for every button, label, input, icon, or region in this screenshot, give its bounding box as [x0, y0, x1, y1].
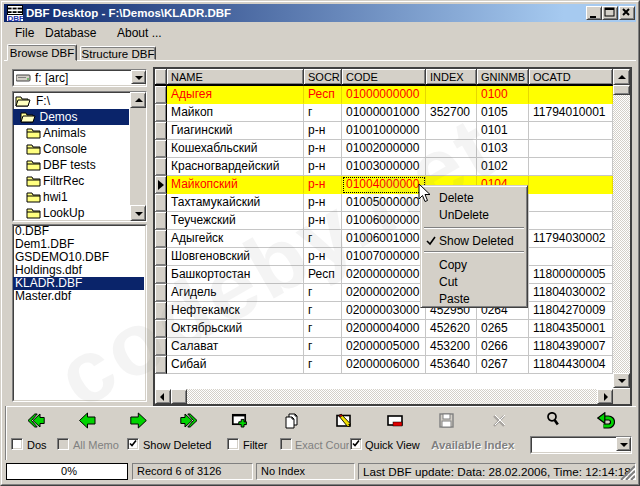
svg-text:DBF: DBF [8, 14, 24, 22]
